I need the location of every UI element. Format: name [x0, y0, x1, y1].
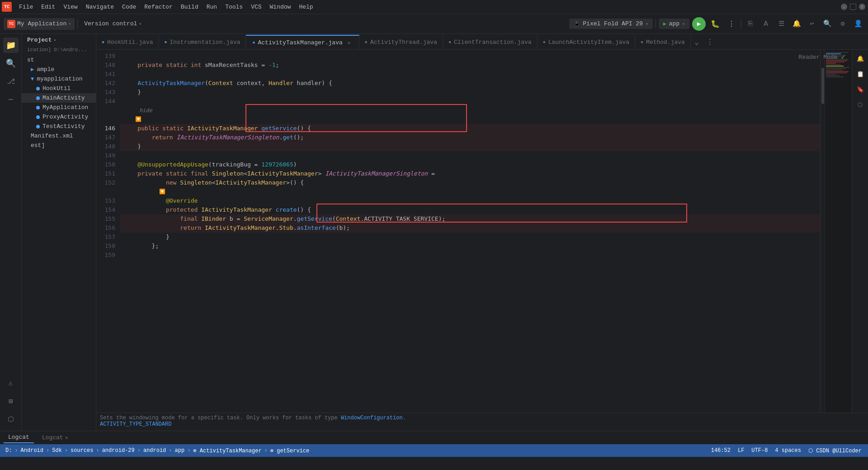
menu-vcs[interactable]: VCS: [247, 3, 265, 11]
activity-git-icon[interactable]: ⬡: [3, 412, 19, 427]
maximize-button[interactable]: [850, 4, 856, 10]
reader-mode-label[interactable]: Reader Mode: [799, 54, 838, 61]
device-selector[interactable]: 📱 Pixel Fold API 29 ▾: [569, 19, 653, 29]
sidebar-item-hookutil[interactable]: HookUtil: [22, 84, 96, 93]
bottom-tab-logcat-1[interactable]: Logcat: [4, 432, 34, 443]
settings-button[interactable]: ⚙: [836, 18, 849, 30]
status-path[interactable]: D: › Android › Sdk › sources › android-2…: [4, 447, 707, 454]
more-options-button[interactable]: ⋮: [725, 17, 738, 31]
minimize-button[interactable]: –: [841, 4, 847, 10]
tab-menu-button[interactable]: ⋮: [703, 35, 717, 49]
activity-more-icon[interactable]: ⋯: [3, 92, 19, 107]
menu-help[interactable]: Help: [295, 3, 316, 11]
tab-bar: ● HookUtil.java ● Instrumentation.java ●…: [96, 34, 868, 50]
activity-vcs-icon[interactable]: ⎇: [3, 74, 19, 89]
code-hint-hide: hide: [120, 106, 820, 115]
status-sdk: Sdk: [50, 447, 64, 454]
menu-build[interactable]: Build: [177, 3, 202, 11]
run-config-dropdown-icon: ▾: [682, 21, 685, 27]
right-notifications-icon[interactable]: 🔔: [855, 53, 866, 64]
activity-search-icon[interactable]: 🔍: [3, 56, 19, 71]
tab-method[interactable]: ● Method.java: [635, 35, 691, 49]
toolbar-icon-2[interactable]: A: [760, 18, 772, 30]
code-line-148: }: [120, 142, 820, 151]
collapse-indicator-145[interactable]: 🔽: [120, 115, 820, 124]
code-line-154: protected IActivityTaskManager create() …: [120, 205, 820, 214]
tab-close-atm[interactable]: ✕: [345, 39, 353, 46]
editor-area: ● HookUtil.java ● Instrumentation.java ●…: [96, 34, 868, 431]
code-line-150: @UnsupportedAppUsage(trackingBug = 12972…: [120, 160, 820, 169]
tab-clienttransaction[interactable]: ● ClientTransaction.java: [443, 35, 538, 49]
right-hierarchy-icon[interactable]: ⬡: [855, 100, 866, 110]
menu-file[interactable]: File: [15, 3, 37, 11]
scrollbar[interactable]: [820, 50, 825, 413]
tab-hookutil[interactable]: ● HookUtil.java: [96, 35, 159, 49]
project-selector[interactable]: TC My Application ▾: [4, 18, 75, 30]
activity-folder-icon[interactable]: 📁: [3, 38, 19, 53]
run-button[interactable]: ▶: [692, 17, 706, 31]
sidebar-item-ample[interactable]: ▶ ample: [22, 65, 96, 74]
status-bar: D: › Android › Sdk › sources › android-2…: [0, 444, 868, 457]
toolbar-icon-3[interactable]: ☰: [775, 18, 788, 30]
activity-terminal-icon[interactable]: ⊞: [3, 394, 19, 409]
code-line-153: @Override: [120, 196, 820, 205]
sidebar-item-est[interactable]: est]: [22, 141, 96, 150]
activity-bar: 📁 🔍 ⎇ ⋯ ⚠ ⊞ ⬡: [0, 34, 22, 431]
doc-hint-constant: ACTIVITY_TYPE_STANDARD: [100, 421, 864, 427]
code-line-143: }: [120, 88, 820, 97]
bottom-tab-close-icon[interactable]: ✕: [65, 435, 68, 441]
sidebar-item-proxyactivity[interactable]: ProxyActivity: [22, 112, 96, 122]
toolbar-icon-5[interactable]: ↩: [806, 18, 818, 30]
run-config-selector[interactable]: ▶ app ▾: [659, 19, 689, 29]
toolbar-icon-1[interactable]: ⎘: [744, 18, 757, 30]
version-control-selector[interactable]: Version control ▾: [80, 19, 145, 29]
status-android29: android-29: [100, 447, 137, 454]
code-line-155: final IBinder b = ServiceManager.getServ…: [120, 214, 820, 223]
sidebar-item-myapplication-file[interactable]: MyApplication: [22, 103, 96, 112]
search-button[interactable]: 🔍: [821, 18, 834, 30]
activity-build-icon[interactable]: ⚠: [3, 375, 19, 391]
sidebar-item-manifest[interactable]: Manifest.xml: [22, 131, 96, 141]
tab-activitytaskmanager[interactable]: ● ActivityTaskManager.java ✕: [246, 35, 359, 49]
menu-edit[interactable]: Edit: [38, 3, 59, 11]
menu-window[interactable]: Window: [266, 3, 295, 11]
status-indent[interactable]: 4 spaces: [772, 447, 804, 454]
status-lf[interactable]: LF: [735, 447, 747, 454]
toolbar-icon-4[interactable]: 🔔: [790, 18, 803, 30]
sidebar-item-testactivity[interactable]: TestActivity: [22, 122, 96, 131]
tab-instrumentation[interactable]: ● Instrumentation.java: [159, 35, 246, 49]
tab-activitythread[interactable]: ● ActivityThread.java: [359, 35, 443, 49]
device-label: Pixel Fold API 29: [583, 20, 643, 27]
project-path: ication] D:\Andro...: [22, 46, 96, 53]
status-android: Android: [19, 447, 45, 454]
status-android-pkg: android: [142, 447, 168, 454]
bottom-tabs-bar: Logcat Logcat ✕: [0, 431, 868, 444]
vc-dropdown-icon: ▾: [139, 21, 142, 27]
menu-refactor[interactable]: Refactor: [141, 3, 176, 11]
right-bookmark-icon[interactable]: 🔖: [855, 84, 866, 95]
debug-button[interactable]: 🐛: [708, 17, 722, 31]
status-position[interactable]: 146:52: [708, 447, 733, 454]
menu-run[interactable]: Run: [203, 3, 221, 11]
menu-tools[interactable]: Tools: [222, 3, 246, 11]
menu-navigate[interactable]: Navigate: [82, 3, 118, 11]
doc-hint-bar: Sets the windowing mode for a specific t…: [96, 413, 868, 431]
collapse-indicator-inner[interactable]: 🔽: [120, 187, 820, 196]
menu-view[interactable]: View: [60, 3, 81, 11]
account-button[interactable]: 👤: [852, 18, 864, 30]
bottom-tab-logcat-2[interactable]: Logcat ✕: [38, 432, 72, 443]
status-method: ⊕ getService: [269, 447, 311, 454]
code-content[interactable]: private static int sMaxRecentTasks = -1;…: [120, 50, 820, 413]
sidebar-item-mainactivity[interactable]: MainActivity: [22, 93, 96, 103]
device-dropdown-icon: ▾: [646, 21, 648, 27]
tab-launchactivityitem[interactable]: ● LaunchActivityItem.java: [538, 35, 635, 49]
status-sources: sources: [69, 447, 95, 454]
tab-more-button[interactable]: ⌄: [691, 35, 703, 49]
sidebar-item-myapplication[interactable]: ▼ myapplication: [22, 74, 96, 84]
menu-code[interactable]: Code: [118, 3, 140, 11]
close-button[interactable]: ×: [859, 4, 865, 10]
status-encoding[interactable]: UTF-8: [749, 447, 770, 454]
right-structure-icon[interactable]: 📋: [855, 69, 866, 80]
sidebar-dropdown-icon[interactable]: ▾: [54, 38, 57, 43]
run-config-label: app: [669, 20, 679, 27]
